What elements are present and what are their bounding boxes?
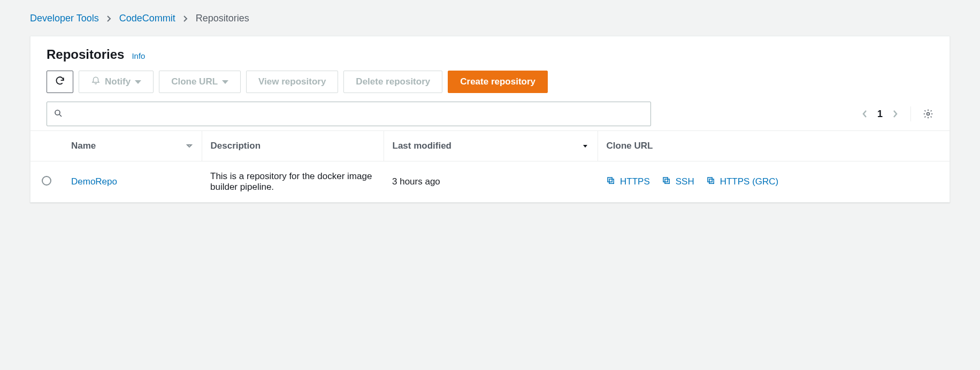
clone-links: HTTPS SSH: [606, 176, 941, 188]
next-page-button[interactable]: [892, 109, 899, 119]
svg-rect-5: [665, 179, 669, 183]
clone-ssh-link[interactable]: SSH: [662, 176, 694, 188]
column-last-modified[interactable]: Last modified: [384, 131, 598, 161]
svg-rect-4: [608, 178, 612, 182]
repo-description: This is a repository for the docker imag…: [202, 161, 384, 203]
svg-point-2: [927, 113, 930, 115]
prev-page-button[interactable]: [861, 109, 868, 119]
breadcrumb-developer-tools[interactable]: Developer Tools: [30, 13, 99, 24]
clone-url-label: Clone URL: [171, 76, 218, 87]
column-name[interactable]: Name: [63, 131, 202, 161]
page-title: Repositories: [47, 47, 124, 62]
info-link[interactable]: Info: [132, 51, 145, 60]
svg-point-0: [55, 110, 60, 115]
breadcrumb: Developer Tools CodeCommit Repositories: [30, 13, 950, 24]
sort-desc-icon: [581, 142, 589, 150]
refresh-icon: [55, 75, 65, 89]
search-box[interactable]: [47, 102, 651, 126]
toolbar: Notify Clone URL View repository Delete …: [47, 71, 933, 93]
chevron-right-icon: [106, 15, 112, 22]
clone-url-button[interactable]: Clone URL: [159, 71, 241, 93]
caret-down-icon: [135, 80, 141, 84]
svg-rect-3: [609, 179, 614, 183]
clone-grc-link[interactable]: HTTPS (GRC): [706, 176, 779, 188]
copy-icon: [662, 176, 671, 188]
breadcrumb-codecommit[interactable]: CodeCommit: [119, 13, 175, 24]
refresh-button[interactable]: [47, 71, 73, 93]
clone-https-link[interactable]: HTTPS: [606, 176, 650, 188]
svg-rect-8: [708, 178, 712, 182]
bell-icon: [91, 76, 101, 88]
repositories-table: Name Description Last modifie: [30, 130, 950, 202]
sort-icon: [186, 142, 193, 150]
svg-rect-6: [663, 178, 668, 182]
copy-icon: [606, 176, 616, 188]
notify-button[interactable]: Notify: [79, 71, 154, 93]
page-number: 1: [877, 109, 883, 120]
search-icon: [53, 109, 63, 120]
svg-rect-7: [709, 179, 714, 183]
divider: [910, 106, 911, 121]
settings-button[interactable]: [923, 109, 933, 119]
search-input[interactable]: [68, 109, 644, 119]
column-select: [30, 131, 63, 161]
view-repository-button[interactable]: View repository: [246, 71, 338, 93]
table-row: DemoRepo This is a repository for the do…: [30, 161, 950, 203]
pagination: 1: [861, 106, 933, 121]
repo-name-link[interactable]: DemoRepo: [71, 176, 117, 187]
column-clone-url: Clone URL: [598, 131, 950, 161]
delete-repository-button[interactable]: Delete repository: [343, 71, 442, 93]
create-repository-button[interactable]: Create repository: [448, 71, 548, 93]
chevron-right-icon: [183, 15, 188, 22]
caret-down-icon: [222, 80, 228, 84]
column-description[interactable]: Description: [202, 131, 384, 161]
notify-label: Notify: [105, 76, 131, 87]
copy-icon: [706, 176, 716, 188]
breadcrumb-current: Repositories: [196, 13, 249, 24]
repositories-panel: Repositories Info Notify Clone: [30, 36, 950, 203]
repo-last-modified: 3 hours ago: [384, 161, 598, 203]
row-select-radio[interactable]: [42, 176, 51, 186]
svg-line-1: [59, 114, 62, 117]
